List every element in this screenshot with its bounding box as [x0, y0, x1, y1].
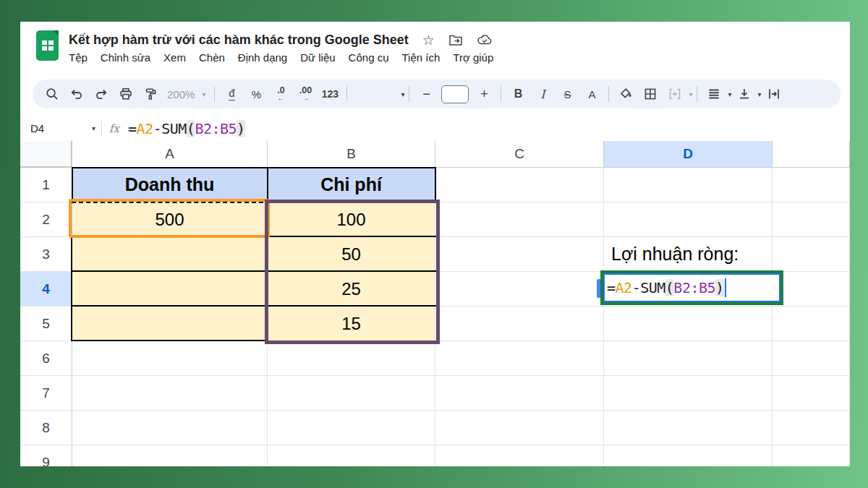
- cell-C9[interactable]: [435, 445, 604, 466]
- more-formats-button[interactable]: 123: [318, 81, 342, 107]
- cell-D7[interactable]: [604, 376, 773, 411]
- document-title[interactable]: Kết hợp hàm trừ với các hàm khác trong G…: [69, 33, 409, 48]
- zoom-select[interactable]: 200%▾: [163, 88, 210, 100]
- italic-button[interactable]: I: [530, 81, 555, 107]
- format-currency-button[interactable]: đ: [219, 81, 244, 107]
- horizontal-align-button[interactable]: [702, 81, 726, 107]
- increase-font-size-button[interactable]: +: [472, 81, 496, 107]
- cell-A6[interactable]: [72, 341, 268, 376]
- cell-B1[interactable]: Chi phí: [268, 168, 435, 202]
- merge-cells-caret-icon[interactable]: ▾: [689, 90, 692, 98]
- decrease-font-size-button[interactable]: −: [414, 81, 438, 107]
- menu-insert[interactable]: Chèn: [192, 51, 231, 64]
- cell-D8[interactable]: [604, 411, 773, 445]
- cell-D2[interactable]: [604, 202, 773, 237]
- cell-C5[interactable]: [435, 307, 604, 341]
- cell-C4[interactable]: [435, 272, 604, 307]
- cell-B6[interactable]: [268, 341, 435, 376]
- strikethrough-button[interactable]: S: [555, 81, 579, 107]
- cell-D6[interactable]: [604, 341, 773, 376]
- cell-E9[interactable]: [773, 445, 850, 466]
- cell-E1[interactable]: [773, 168, 850, 202]
- cell-D9[interactable]: [604, 445, 773, 466]
- cell-E3[interactable]: [773, 237, 850, 272]
- cell-D5[interactable]: [604, 307, 773, 341]
- cell-A8[interactable]: [72, 411, 268, 445]
- column-header-b[interactable]: B: [268, 141, 435, 168]
- vertical-align-button[interactable]: [732, 81, 757, 107]
- merge-cells-button[interactable]: [663, 81, 687, 107]
- format-percent-button[interactable]: %: [244, 81, 268, 107]
- row-header-5[interactable]: 5: [20, 307, 72, 341]
- name-box[interactable]: D4▾: [20, 122, 95, 134]
- decrease-decimal-button[interactable]: .0←: [268, 81, 293, 107]
- cell-D1[interactable]: [604, 168, 773, 202]
- row-header-2[interactable]: 2: [20, 202, 72, 237]
- search-icon[interactable]: [40, 81, 64, 107]
- move-to-folder-icon[interactable]: [448, 33, 463, 46]
- row-header-9[interactable]: 9: [20, 445, 72, 466]
- cell-B2[interactable]: 100: [268, 202, 435, 237]
- print-button[interactable]: [114, 81, 138, 107]
- google-sheets-logo-icon[interactable]: [36, 30, 59, 61]
- menu-data[interactable]: Dữ liệu: [294, 51, 341, 64]
- borders-button[interactable]: [638, 81, 663, 107]
- cell-A5[interactable]: [72, 307, 268, 341]
- star-icon[interactable]: ☆: [422, 33, 435, 47]
- increase-decimal-button[interactable]: .00→: [293, 81, 318, 107]
- menu-tools[interactable]: Công cụ: [342, 51, 396, 64]
- cell-A7[interactable]: [72, 376, 268, 411]
- column-header-e[interactable]: [773, 141, 850, 168]
- cell-A2[interactable]: 500: [72, 202, 268, 237]
- text-color-button[interactable]: A: [579, 81, 604, 107]
- menu-format[interactable]: Định dạng: [231, 51, 294, 64]
- cell-A4[interactable]: [72, 272, 268, 307]
- cell-C3[interactable]: [435, 237, 604, 272]
- bold-button[interactable]: B: [506, 81, 530, 107]
- row-header-8[interactable]: 8: [20, 411, 72, 445]
- menu-file[interactable]: Tệp: [69, 51, 94, 64]
- menu-view[interactable]: Xem: [157, 51, 192, 64]
- cell-B8[interactable]: [268, 411, 435, 445]
- cell-C2[interactable]: [435, 202, 604, 237]
- cell-D3[interactable]: Lợi nhuận ròng:: [604, 237, 773, 272]
- menu-help[interactable]: Trợ giúp: [446, 51, 500, 64]
- cell-B9[interactable]: [268, 445, 435, 466]
- cell-C8[interactable]: [435, 411, 604, 445]
- column-header-a[interactable]: A: [72, 141, 268, 168]
- menu-edit[interactable]: Chỉnh sửa: [94, 51, 157, 64]
- cell-B7[interactable]: [268, 376, 435, 411]
- cell-C1[interactable]: [435, 168, 604, 202]
- cell-A3[interactable]: [72, 237, 268, 272]
- cell-C6[interactable]: [435, 341, 604, 376]
- cell-B3[interactable]: 50: [268, 237, 435, 272]
- row-header-3[interactable]: 3: [20, 237, 72, 272]
- row-header-7[interactable]: 7: [20, 376, 72, 411]
- cell-C7[interactable]: [435, 376, 604, 411]
- undo-button[interactable]: [64, 81, 89, 107]
- row-header-4[interactable]: 4: [20, 272, 72, 307]
- cell-A9[interactable]: [72, 445, 268, 466]
- font-select-caret-icon[interactable]: ▾: [401, 90, 404, 98]
- font-size-input[interactable]: [441, 85, 469, 103]
- cell-B4[interactable]: 25: [268, 272, 435, 307]
- formula-input[interactable]: =A2-SUM(B2:B5): [128, 120, 245, 137]
- cell-E8[interactable]: [773, 411, 850, 445]
- row-header-6[interactable]: 6: [20, 341, 72, 376]
- select-all-corner[interactable]: [20, 141, 72, 168]
- cell-E5[interactable]: [773, 307, 850, 341]
- column-header-d[interactable]: D: [604, 141, 773, 168]
- cell-A1[interactable]: Doanh thu: [72, 168, 268, 202]
- column-header-c[interactable]: C: [435, 141, 604, 168]
- fill-color-button[interactable]: [613, 81, 638, 107]
- text-wrap-button[interactable]: [762, 81, 786, 107]
- redo-button[interactable]: [89, 81, 114, 107]
- menu-extensions[interactable]: Tiện ích: [395, 51, 446, 64]
- cloud-saved-icon[interactable]: [477, 34, 493, 46]
- cell-E2[interactable]: [773, 202, 850, 237]
- cell-E4[interactable]: [773, 272, 850, 307]
- cell-B5[interactable]: 15: [268, 307, 435, 341]
- cell-editor-d4[interactable]: =A2-SUM(B2:B5): [600, 270, 783, 305]
- cell-E6[interactable]: [773, 341, 850, 376]
- paint-format-button[interactable]: [138, 81, 163, 107]
